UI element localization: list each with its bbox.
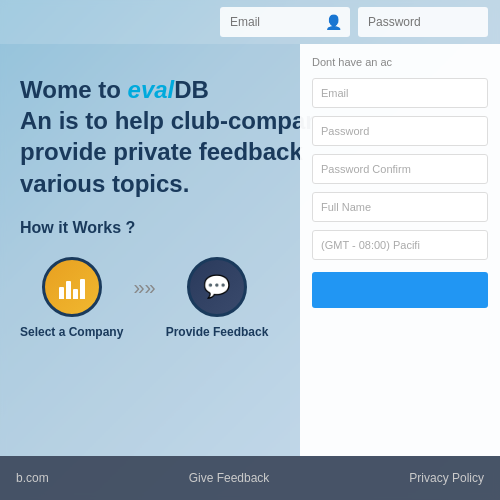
- step-1-icon: [42, 257, 102, 317]
- footer-left-link[interactable]: b.com: [16, 471, 49, 485]
- chart-bar-2: [66, 281, 71, 299]
- registration-panel: Dont have an ac: [300, 44, 500, 456]
- chart-bar-3: [73, 289, 78, 299]
- register-button[interactable]: [312, 272, 488, 308]
- step-2: 💬 Provide Feedback: [166, 257, 269, 339]
- reg-password-confirm-input[interactable]: [312, 154, 488, 184]
- chart-bar-1: [59, 287, 64, 299]
- footer-give-feedback-link[interactable]: Give Feedback: [189, 471, 270, 485]
- nav-email-wrapper: 👤: [220, 7, 350, 37]
- welcome-line2-text: n is to help club-company: [37, 107, 333, 134]
- welcome-line4: various topics.: [20, 170, 189, 197]
- step-2-icon: 💬: [187, 257, 247, 317]
- welcome-line2: A: [20, 107, 37, 134]
- welcome-line3: provide private feedback: [20, 138, 303, 165]
- step-1: Select a Company: [20, 257, 123, 339]
- panel-title: Dont have an ac: [312, 56, 488, 68]
- brand-db: DB: [174, 76, 209, 103]
- chart-icon: [59, 275, 85, 299]
- step-2-label: Provide Feedback: [166, 325, 269, 339]
- reg-password-input[interactable]: [312, 116, 488, 146]
- top-nav: 👤: [0, 0, 500, 44]
- step-arrow: »»: [133, 276, 155, 299]
- step-1-label: Select a Company: [20, 325, 123, 339]
- brand-eval: eval: [128, 76, 175, 103]
- footer: b.com Give Feedback Privacy Policy: [0, 456, 500, 500]
- chart-bar-4: [80, 279, 85, 299]
- chat-bubble-icon: 💬: [203, 274, 230, 300]
- reg-fullname-input[interactable]: [312, 192, 488, 222]
- footer-privacy-policy-link[interactable]: Privacy Policy: [409, 471, 484, 485]
- nav-password-wrapper: [358, 7, 488, 37]
- reg-timezone-input[interactable]: [312, 230, 488, 260]
- welcome-line1: ome to: [42, 76, 127, 103]
- welcome-prefix: W: [20, 76, 42, 103]
- reg-email-input[interactable]: [312, 78, 488, 108]
- user-icon: 👤: [325, 14, 342, 30]
- nav-password-input[interactable]: [358, 7, 488, 37]
